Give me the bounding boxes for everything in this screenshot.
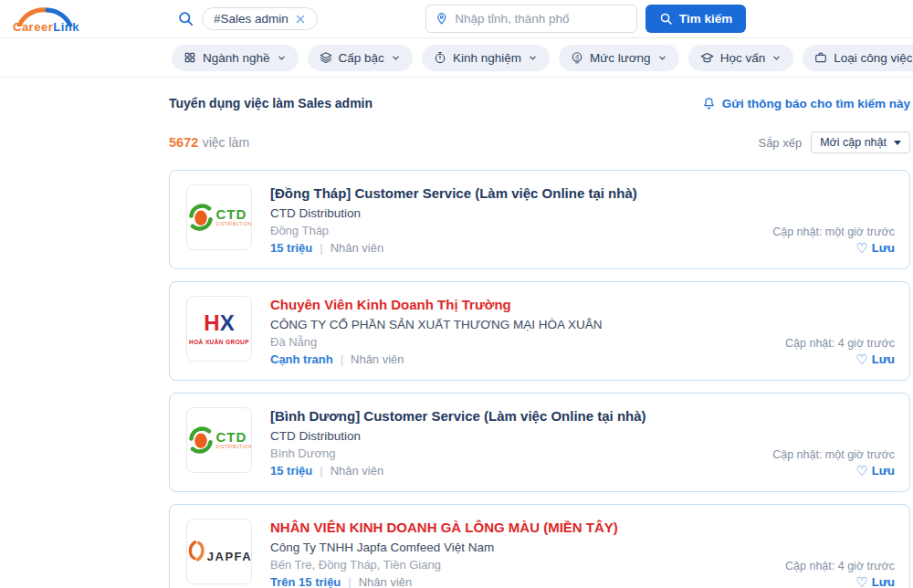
filter-label: Cấp bậc <box>339 51 384 65</box>
logo-text: CareerLink <box>13 21 84 33</box>
graduation-cap-icon <box>700 51 714 65</box>
keyword-tag-label: #Sales admin <box>214 12 289 26</box>
search-button-icon <box>659 12 673 26</box>
save-job-button[interactable]: ♡ Lưu <box>855 352 895 366</box>
location-pin-icon <box>436 12 447 26</box>
filter-job-type[interactable]: Loại công việc <box>803 45 913 71</box>
save-job-button[interactable]: ♡ Lưu <box>855 464 895 478</box>
chevron-down-icon <box>391 53 401 63</box>
meta-divider: | <box>320 241 322 255</box>
logo-text: CTD <box>216 430 252 444</box>
logo-subtext: DISTRIBUTION <box>216 223 252 227</box>
logo-subtext: HOÀ XUÂN GROUP <box>189 340 249 346</box>
chevron-down-icon <box>528 53 538 63</box>
job-card[interactable]: CTD DISTRIBUTION [Đồng Tháp] Customer Se… <box>169 170 910 269</box>
stopwatch-icon <box>434 51 446 64</box>
result-count: 5672 việc làm <box>169 134 249 151</box>
job-location: Đà Nẵng <box>270 335 785 349</box>
filter-label: Ngành nghề <box>203 51 270 65</box>
ctd-swirl-icon <box>187 426 215 454</box>
job-company[interactable]: CÔNG TY CỔ PHẦN SẢN XUẤT THƯƠNG MẠI HÒA … <box>270 318 785 331</box>
heart-icon: ♡ <box>855 464 867 478</box>
keyword-tag[interactable]: #Sales admin <box>202 7 318 30</box>
job-title[interactable]: Chuyên Viên Kinh Doanh Thị Trường <box>270 296 785 314</box>
job-company[interactable]: CTD Distribution <box>270 206 772 220</box>
job-location: Bến Tre, Đồng Tháp, Tiền Giang <box>270 558 785 572</box>
search-icon <box>177 10 194 27</box>
top-header: CareerLink #Sales admin Tìm kiếm <box>0 0 913 38</box>
job-level: Nhân viên <box>351 352 404 366</box>
svg-text:đ: đ <box>575 54 579 60</box>
job-card[interactable]: CTD DISTRIBUTION [Bình Dương] Customer S… <box>169 393 910 492</box>
grid-icon <box>184 51 196 64</box>
job-salary: Trên 15 triệu <box>270 575 341 588</box>
job-list: CTD DISTRIBUTION [Đồng Tháp] Customer Se… <box>169 170 910 588</box>
layers-icon <box>320 51 332 64</box>
job-salary: 15 triệu <box>270 241 312 255</box>
job-salary: Cạnh tranh <box>270 352 333 366</box>
company-logo: CTD DISTRIBUTION <box>186 407 252 473</box>
remove-tag-icon[interactable] <box>295 14 306 25</box>
chevron-down-icon <box>771 53 782 63</box>
logo-subtext: DISTRIBUTION <box>216 446 252 450</box>
filter-label: Mức lương <box>590 51 651 65</box>
logo-text: HX <box>204 312 234 334</box>
job-level: Nhân viên <box>359 575 413 588</box>
briefcase-icon <box>814 51 827 64</box>
job-location: Bình Dương <box>270 446 772 460</box>
chevron-down-icon <box>657 53 667 63</box>
job-card[interactable]: JAPFA NHÂN VIÊN KINH DOANH GÀ LÔNG MÀU (… <box>169 504 910 588</box>
salary-icon: đ <box>571 51 583 64</box>
job-card[interactable]: HX HOÀ XUÂN GROUP Chuyên Viên Kinh Doanh… <box>169 281 910 381</box>
save-label: Lưu <box>872 352 895 366</box>
job-location: Đồng Tháp <box>270 224 772 237</box>
sort-label: Sắp xếp <box>758 136 802 150</box>
results-area: Tuyển dụng việc làm Sales admin Gửi thôn… <box>169 96 910 588</box>
job-title[interactable]: [Đồng Tháp] Customer Service (Làm việc O… <box>270 184 772 203</box>
location-input-wrap <box>425 5 637 33</box>
filter-bar: Ngành nghề Cấp bậc Kinh nghiệm đ Mức lươ… <box>0 38 913 78</box>
bell-icon <box>702 97 716 110</box>
company-logo: JAPFA <box>186 519 252 584</box>
save-job-button[interactable]: ♡ Lưu <box>855 241 895 255</box>
job-alert-label: Gửi thông báo cho tìm kiếm này <box>722 97 910 110</box>
job-updated: Cập nhật: 4 giờ trước <box>785 337 895 350</box>
filter-education[interactable]: Học vấn <box>688 45 794 71</box>
filter-label: Loại công việc <box>834 51 912 65</box>
sort-dropdown-value: Mới cập nhật <box>820 136 887 149</box>
logo-text: JAPFA <box>207 550 252 563</box>
job-company[interactable]: Công Ty TNHH Japfa Comfeed Việt Nam <box>270 541 785 554</box>
filter-experience[interactable]: Kinh nghiệm <box>422 45 550 71</box>
job-updated: Cập nhật: một giờ trước <box>772 448 895 461</box>
job-level: Nhân viên <box>331 464 384 478</box>
heart-icon: ♡ <box>855 352 867 366</box>
filter-industry[interactable]: Ngành nghề <box>172 45 299 71</box>
company-logo: CTD DISTRIBUTION <box>186 184 252 250</box>
heart-icon: ♡ <box>855 241 867 255</box>
ctd-swirl-icon <box>187 204 215 231</box>
job-company[interactable]: CTD Distribution <box>270 429 772 443</box>
save-label: Lưu <box>872 241 895 255</box>
job-updated: Cập nhật: một giờ trước <box>772 226 895 238</box>
logo-text: CTD <box>216 207 252 221</box>
save-label: Lưu <box>872 575 895 588</box>
company-logo: HX HOÀ XUÂN GROUP <box>186 296 252 362</box>
chevron-down-icon <box>277 53 287 63</box>
filter-level[interactable]: Cấp bậc <box>308 45 413 71</box>
filter-salary[interactable]: đ Mức lương <box>559 45 679 71</box>
sort-dropdown[interactable]: Mới cập nhật <box>811 131 910 153</box>
job-level: Nhân viên <box>331 241 384 255</box>
job-title[interactable]: NHÂN VIÊN KINH DOANH GÀ LÔNG MÀU (MIỀN T… <box>270 519 785 537</box>
page-title: Tuyển dụng việc làm Sales admin <box>169 96 373 110</box>
careerlink-logo[interactable]: CareerLink <box>13 6 84 33</box>
job-title[interactable]: [Bình Dương] Customer Service (Làm việc … <box>270 407 772 425</box>
search-button[interactable]: Tìm kiếm <box>645 5 747 33</box>
save-job-button[interactable]: ♡ Lưu <box>855 575 895 588</box>
result-count-number: 5672 <box>169 135 198 150</box>
search-button-label: Tìm kiếm <box>679 12 733 26</box>
job-salary: 15 triệu <box>270 464 312 478</box>
meta-divider: | <box>348 575 351 588</box>
location-input[interactable] <box>455 12 627 26</box>
job-alert-link[interactable]: Gửi thông báo cho tìm kiếm này <box>702 97 910 110</box>
result-count-suffix: việc làm <box>203 135 249 150</box>
